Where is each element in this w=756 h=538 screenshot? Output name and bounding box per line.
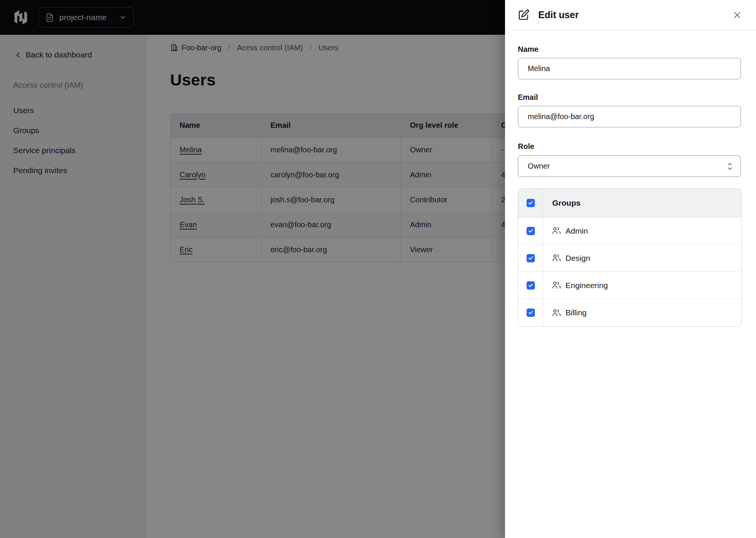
group-checkbox-cell	[518, 217, 543, 244]
drawer-body: Name Email Role Owner	[505, 30, 756, 327]
checkmark-icon	[528, 256, 533, 261]
group-name: Billing	[565, 308, 587, 317]
group-checkbox-cell	[518, 272, 543, 299]
email-field-label: Email	[518, 93, 741, 102]
group-checkbox[interactable]	[527, 281, 535, 290]
close-drawer-button[interactable]	[732, 10, 742, 20]
select-all-groups-checkbox[interactable]	[527, 199, 535, 207]
group-checkbox-cell	[518, 245, 543, 271]
close-icon	[733, 11, 742, 20]
role-select-value: Owner	[528, 162, 726, 171]
name-field-label: Name	[518, 45, 741, 54]
users-group-icon	[552, 281, 561, 290]
groups-panel-header: Groups	[518, 189, 741, 217]
name-input[interactable]	[518, 58, 741, 79]
select-updown-icon	[726, 161, 734, 171]
checkmark-icon	[528, 310, 533, 315]
group-label-wrap: Design	[552, 254, 590, 263]
checkmark-icon	[528, 228, 533, 234]
group-row-admin: Admin	[518, 217, 741, 245]
group-name: Admin	[565, 226, 588, 236]
groups-panel: Groups Admin	[518, 188, 742, 327]
group-checkbox-cell	[518, 299, 543, 326]
group-name: Design	[565, 254, 590, 263]
checkmark-icon	[528, 283, 533, 288]
group-label-wrap: Engineering	[552, 281, 608, 290]
group-label-wrap: Billing	[552, 308, 587, 317]
group-checkbox[interactable]	[527, 254, 535, 262]
group-row-engineering: Engineering	[518, 272, 741, 299]
drawer-header: Edit user	[505, 0, 756, 30]
users-group-icon	[552, 309, 561, 317]
users-group-icon	[552, 254, 561, 262]
edit-pencil-icon	[518, 9, 530, 21]
email-input[interactable]	[518, 106, 741, 127]
group-checkbox[interactable]	[527, 309, 535, 317]
drawer-title: Edit user	[538, 9, 732, 20]
group-label-wrap: Admin	[552, 226, 588, 236]
edit-user-drawer: Edit user Name Email Role Owner	[505, 0, 756, 538]
group-row-billing: Billing	[518, 299, 741, 326]
role-field-label: Role	[518, 142, 741, 151]
users-group-icon	[552, 226, 561, 235]
checkmark-icon	[528, 200, 533, 206]
role-select[interactable]: Owner	[518, 155, 741, 177]
group-checkbox[interactable]	[527, 227, 535, 235]
group-row-design: Design	[518, 245, 741, 272]
groups-header-label: Groups	[552, 198, 581, 208]
select-all-cell	[518, 189, 543, 217]
group-name: Engineering	[565, 281, 608, 290]
